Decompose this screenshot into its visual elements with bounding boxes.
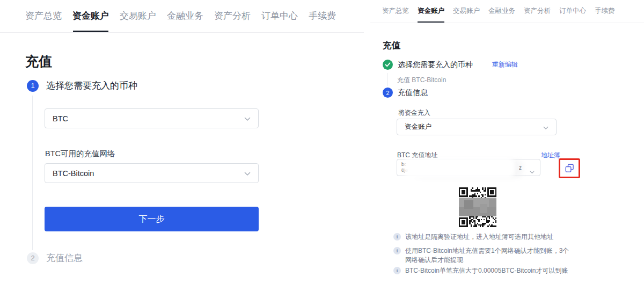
tab-funding-account[interactable]: 资金账户 (72, 10, 109, 32)
coin-select[interactable]: BTC (45, 108, 259, 128)
next-step-button[interactable]: 下一步 (45, 207, 259, 231)
step-1-done-row: 选择您需要充入的币种 重新编辑 (383, 60, 518, 70)
tab-asset-overview[interactable]: 资产总览 (25, 10, 62, 32)
panel-right: 资产总览 资金账户 交易账户 金融业务 资产分析 订单中心 手续费 充值 选择您… (370, 0, 644, 284)
note-text: 该地址是隔离验证地址，进入地址簿可选用其他地址 (405, 232, 553, 242)
info-icon: i (393, 233, 401, 241)
address-book-link[interactable]: 地址簿 (541, 151, 560, 160)
info-icon: i (393, 267, 401, 274)
tab-bar-left: 资产总览 资金账户 交易账户 金融业务 资产分析 订单中心 手续费 (0, 0, 364, 33)
chevron-down-icon (530, 166, 535, 176)
copy-icon (565, 164, 574, 173)
chevron-down-icon (543, 122, 548, 132)
network-label: BTC可用的充值网络 (45, 149, 115, 159)
chevron-down-icon (244, 169, 251, 178)
tab-finance[interactable]: 金融业务 (488, 6, 515, 23)
page-title: 充值 (25, 53, 52, 70)
annotation-highlight-box (559, 158, 580, 178)
tab-order-center[interactable]: 订单中心 (261, 10, 298, 32)
step-1-label: 选择您需要充入的币种 (46, 79, 137, 92)
step-done-check-icon (383, 60, 393, 70)
coin-select-value: BTC (53, 114, 68, 123)
step-2-label: 充值信息 (398, 88, 428, 98)
step-connector-line (387, 73, 388, 86)
note-row: i 使用BTC-Bitcoin地址充值需要1个网络确认才能到账，3个 网络确认后… (393, 246, 569, 265)
step-2-label: 充值信息 (46, 252, 83, 264)
note-row: i 该地址是隔离验证地址，进入地址簿可选用其他地址 (393, 232, 553, 242)
tab-asset-analysis[interactable]: 资产分析 (524, 6, 551, 23)
tab-fees[interactable]: 手续费 (595, 6, 615, 23)
deposit-address-suffix: z (519, 165, 522, 171)
step-2-badge: 2 (27, 252, 39, 264)
deposit-address-select[interactable]: bc 8je z (397, 159, 540, 176)
note-text: 使用BTC-Bitcoin地址充值需要1个网络确认才能到账，3个 网络确认后才能… (405, 246, 569, 265)
tab-asset-overview[interactable]: 资产总览 (382, 6, 409, 23)
tab-funding-account[interactable]: 资金账户 (418, 6, 444, 23)
panel-left: 资产总览 资金账户 交易账户 金融业务 资产分析 订单中心 手续费 充值 1 选… (0, 0, 364, 284)
address-blur-overlay (406, 160, 512, 176)
step-2-row: 2 充值信息 (383, 88, 428, 98)
info-icon: i (393, 247, 401, 254)
copy-address-button[interactable] (564, 163, 575, 174)
tab-fees[interactable]: 手续费 (309, 10, 336, 32)
step-2-row: 2 充值信息 (27, 252, 83, 264)
tab-asset-analysis[interactable]: 资产分析 (214, 10, 251, 32)
step-1-label: 选择您需要充入的币种 (398, 60, 473, 70)
tab-trading-account[interactable]: 交易账户 (453, 6, 480, 23)
tab-finance[interactable]: 金融业务 (167, 10, 203, 32)
step-1-summary: 充值 BTC-Bitcoin (397, 76, 446, 85)
note-row: i BTC-Bitcoin单笔充值大于0.00005BTC-Bitcoin才可以… (393, 266, 568, 275)
step-1-row: 1 选择您需要充入的币种 (27, 79, 137, 92)
chevron-down-icon (244, 114, 251, 123)
tab-order-center[interactable]: 订单中心 (559, 6, 586, 23)
account-select-value: 资金账户 (405, 122, 431, 132)
step-1-badge: 1 (27, 80, 39, 92)
account-select[interactable]: 资金账户 (397, 119, 557, 135)
tab-bar-right: 资产总览 资金账户 交易账户 金融业务 资产分析 订单中心 手续费 (370, 0, 644, 23)
page-title: 充值 (383, 40, 400, 52)
tab-trading-account[interactable]: 交易账户 (120, 10, 156, 32)
re-edit-link[interactable]: 重新编辑 (492, 60, 518, 69)
step-connector-line (32, 96, 33, 250)
network-select-value: BTC-Bitcoin (53, 169, 94, 178)
fund-to-label: 将资金充入 (398, 108, 430, 118)
step-2-badge: 2 (383, 88, 393, 98)
deposit-qr-code (459, 187, 496, 227)
network-select[interactable]: BTC-Bitcoin (45, 163, 259, 183)
note-text: BTC-Bitcoin单笔充值大于0.00005BTC-Bitcoin才可以到账 (405, 266, 568, 275)
deposit-page: 资产总览 资金账户 交易账户 金融业务 资产分析 订单中心 手续费 充值 1 选… (0, 0, 644, 284)
